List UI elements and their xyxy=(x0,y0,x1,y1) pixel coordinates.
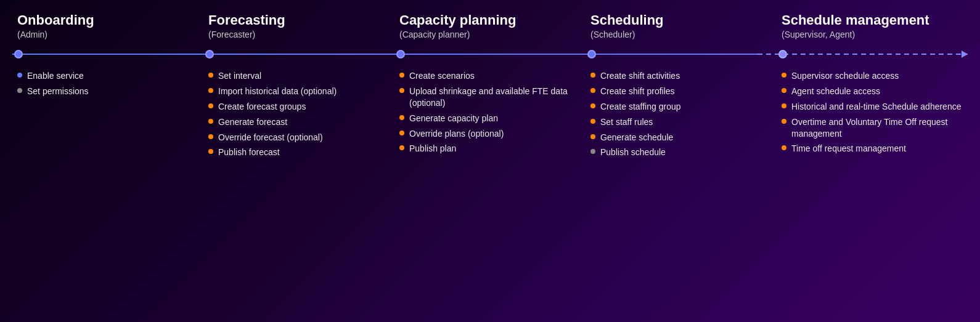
schedule-mgmt-subtitle: (Supervisor, Agent) xyxy=(782,30,963,39)
col-schedule-mgmt-header: Schedule management (Supervisor, Agent) xyxy=(777,12,968,39)
list-item: Create staffing group xyxy=(590,101,772,113)
bullet-text: Upload shrinkage and available FTE data … xyxy=(409,86,581,109)
bullet-dot-gray xyxy=(590,149,595,154)
bullet-text: Create shift activities xyxy=(600,70,680,82)
list-item: Create scenarios xyxy=(399,70,581,82)
bullet-text: Set staff rules xyxy=(600,116,653,128)
bullet-text: Agent schedule access xyxy=(791,86,880,97)
list-item: Set interval xyxy=(208,70,390,82)
bullet-dot-orange xyxy=(399,88,404,93)
bullet-dot-orange xyxy=(399,131,404,135)
bullet-text: Enable service xyxy=(27,70,84,82)
bullet-dot-gray xyxy=(17,88,22,93)
bullet-dot-orange xyxy=(399,115,404,120)
list-item: Upload shrinkage and available FTE data … xyxy=(399,86,581,109)
timeline-dots xyxy=(12,50,968,58)
bullet-text: Generate capacity plan xyxy=(409,113,498,124)
list-item: Set permissions xyxy=(17,86,198,97)
capacity-content: Create scenarios Upload shrinkage and av… xyxy=(394,70,586,316)
bullet-dot-orange xyxy=(782,145,786,150)
timeline-dot-4-wrapper xyxy=(586,50,777,58)
list-item: Publish forecast xyxy=(208,147,390,158)
bullet-text: Create staffing group xyxy=(600,101,681,113)
col-forecasting-header: Forecasting (Forecaster) xyxy=(203,12,394,39)
bullet-dot-orange xyxy=(208,103,213,108)
bullet-dot-orange xyxy=(782,103,786,108)
main-container: Onboarding (Admin) Forecasting (Forecast… xyxy=(0,0,980,322)
forecasting-content: Set interval Import historical data (opt… xyxy=(203,70,394,316)
onboarding-subtitle: (Admin) xyxy=(17,30,198,39)
list-item: Override plans (optional) xyxy=(399,128,581,140)
bullet-text: Supervisor schedule access xyxy=(791,70,899,82)
list-item: Publish schedule xyxy=(590,147,772,158)
list-item: Generate capacity plan xyxy=(399,113,581,124)
bullet-dot-orange xyxy=(399,73,404,78)
bullet-text: Override plans (optional) xyxy=(409,128,504,140)
timeline-dot-2 xyxy=(205,50,214,58)
timeline-dot-3-wrapper xyxy=(394,50,586,58)
timeline-dot-5 xyxy=(778,50,787,58)
bullet-dot-orange xyxy=(590,73,595,78)
list-item: Create forecast groups xyxy=(208,101,390,113)
bullet-text: Time off request management xyxy=(791,143,906,155)
bullet-text: Create scenarios xyxy=(409,70,475,82)
list-item: Overtime and Voluntary Time Off request … xyxy=(782,116,963,140)
bullet-dot-orange xyxy=(208,149,213,154)
onboarding-title: Onboarding xyxy=(17,12,198,28)
timeline-row xyxy=(12,48,968,60)
bullet-dot-orange xyxy=(208,73,213,78)
timeline-dot-2-wrapper xyxy=(203,50,394,58)
col-onboarding-header: Onboarding (Admin) xyxy=(12,12,203,39)
header-row: Onboarding (Admin) Forecasting (Forecast… xyxy=(12,12,968,39)
bullet-text: Generate forecast xyxy=(218,116,287,128)
bullet-text: Create forecast groups xyxy=(218,101,306,113)
bullet-dot-orange xyxy=(399,145,404,150)
timeline-dot-1-wrapper xyxy=(12,50,203,58)
bullet-text: Publish forecast xyxy=(218,147,280,158)
bullet-dot-orange xyxy=(208,88,213,93)
bullet-dot-orange xyxy=(782,73,786,78)
bullet-text: Historical and real-time Schedule adhere… xyxy=(791,101,961,113)
bullet-dot-orange xyxy=(590,88,595,93)
col-scheduling-header: Scheduling (Scheduler) xyxy=(586,12,777,39)
schedule-mgmt-content: Supervisor schedule access Agent schedul… xyxy=(777,70,968,316)
list-item: Publish plan xyxy=(399,143,581,155)
bullet-text: Generate schedule xyxy=(600,132,673,143)
bullet-dot-orange xyxy=(590,134,595,139)
bullet-dot-blue xyxy=(17,73,22,78)
bullet-text: Import historical data (optional) xyxy=(218,86,337,97)
bullet-dot-orange xyxy=(208,134,213,139)
list-item: Generate forecast xyxy=(208,116,390,128)
timeline-dot-3 xyxy=(396,50,405,58)
list-item: Time off request management xyxy=(782,143,963,155)
scheduling-content: Create shift activities Create shift pro… xyxy=(586,70,777,316)
list-item: Override forecast (optional) xyxy=(208,132,390,143)
scheduling-title: Scheduling xyxy=(590,12,772,28)
bullet-text: Override forecast (optional) xyxy=(218,132,323,143)
bullet-dot-orange xyxy=(590,103,595,108)
list-item: Generate schedule xyxy=(590,132,772,143)
timeline-dot-4 xyxy=(587,50,596,58)
list-item: Agent schedule access xyxy=(782,86,963,97)
list-item: Create shift profiles xyxy=(590,86,772,97)
list-item: Set staff rules xyxy=(590,116,772,128)
bullet-text: Create shift profiles xyxy=(600,86,675,97)
forecasting-title: Forecasting xyxy=(208,12,390,28)
list-item: Import historical data (optional) xyxy=(208,86,390,97)
bullet-text: Publish schedule xyxy=(600,147,666,158)
bullet-text: Publish plan xyxy=(409,143,456,155)
list-item: Create shift activities xyxy=(590,70,772,82)
bullet-text: Set interval xyxy=(218,70,261,82)
list-item: Enable service xyxy=(17,70,198,82)
capacity-subtitle: (Capacity planner) xyxy=(399,30,581,39)
scheduling-subtitle: (Scheduler) xyxy=(590,30,772,39)
bullet-dot-orange xyxy=(590,119,595,124)
bullet-text: Overtime and Voluntary Time Off request … xyxy=(791,116,963,140)
bullet-dot-orange xyxy=(208,119,213,124)
list-item: Historical and real-time Schedule adhere… xyxy=(782,101,963,113)
capacity-title: Capacity planning xyxy=(399,12,581,28)
timeline-dot-1 xyxy=(14,50,23,58)
bullet-dot-orange xyxy=(782,119,786,124)
onboarding-content: Enable service Set permissions xyxy=(12,70,203,316)
timeline-dot-5-wrapper xyxy=(777,50,968,58)
